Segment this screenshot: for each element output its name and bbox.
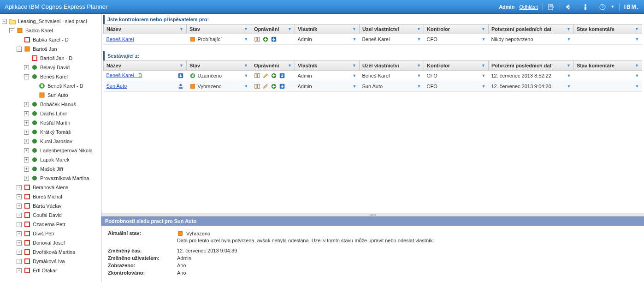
tree-toggle-icon[interactable]: + — [24, 167, 29, 172]
chevron-down-icon[interactable]: ▼ — [179, 63, 183, 68]
tree-node[interactable]: +Donoval Josef — [0, 238, 101, 247]
chevron-down-icon[interactable]: ▼ — [244, 37, 248, 42]
tree-node[interactable]: +Beranová Alena — [0, 183, 101, 192]
tree-node[interactable]: +Bureš Michal — [0, 192, 101, 201]
tree-toggle-icon[interactable]: + — [17, 268, 22, 273]
col-header-potvrzeni[interactable]: Potvrzení posledních dat▼ — [489, 61, 574, 71]
tree-node[interactable]: −Babka Karel — [0, 26, 101, 35]
chevron-down-icon[interactable]: ▼ — [353, 37, 357, 42]
chevron-down-icon[interactable]: ▼ — [288, 27, 292, 31]
tree-node[interactable]: +Kural Jaroslav — [0, 137, 101, 146]
chevron-down-icon[interactable]: ▼ — [635, 27, 639, 31]
tree-toggle-icon[interactable]: − — [17, 47, 22, 52]
splitter-grip[interactable]: ▪▪▪▪▪ — [101, 213, 644, 216]
tree-toggle-icon[interactable]: + — [17, 222, 22, 227]
tree-node[interactable]: Beneš Karel - D — [0, 81, 101, 90]
chevron-down-icon[interactable]: ▼ — [417, 73, 421, 78]
tree-toggle-icon[interactable]: + — [24, 157, 29, 162]
tree-node[interactable]: +Diviš Petr — [0, 229, 101, 238]
col-header-nazev[interactable]: Název▼ — [104, 24, 187, 34]
tree-node[interactable]: +Czaderna Petr — [0, 220, 101, 229]
chevron-down-icon[interactable]: ▼ — [482, 84, 486, 89]
chevron-down-icon[interactable]: ▼ — [482, 73, 486, 78]
tree-toggle-icon[interactable]: − — [2, 19, 7, 24]
down-icon[interactable] — [271, 36, 277, 42]
tree-node[interactable]: +Boháček Hanuš — [0, 100, 101, 109]
chevron-down-icon[interactable]: ▼ — [567, 37, 571, 42]
chevron-down-icon[interactable]: ▼ — [353, 84, 357, 89]
chevron-down-icon[interactable]: ▼ — [635, 37, 639, 42]
row-link[interactable]: Beneš Karel — [106, 36, 134, 42]
down-icon[interactable] — [177, 72, 184, 79]
col-header-stav[interactable]: Stav▼ — [187, 61, 251, 71]
tree-toggle-icon[interactable]: + — [17, 185, 22, 190]
tree-node[interactable]: +Mašek Jiří — [0, 164, 101, 174]
col-header-kontrolor[interactable]: Kontrolor▼ — [424, 61, 489, 71]
tree-node[interactable]: Babka Karel - D — [0, 35, 101, 44]
chevron-down-icon[interactable]: ▼ — [179, 27, 183, 31]
edit-icon[interactable] — [262, 72, 269, 79]
tree-node[interactable]: Sun Auto — [0, 90, 101, 100]
logout-link[interactable]: Odhlásit — [519, 4, 538, 10]
tree-node[interactable]: −Beneš Karel — [0, 72, 101, 81]
book-icon[interactable] — [254, 83, 260, 90]
chevron-down-icon[interactable]: ▼ — [567, 27, 571, 31]
chevron-down-icon[interactable]: ▼ — [244, 63, 248, 68]
table-row[interactable]: Sun AutoVyhrazeno▼Admin▼Sun Auto▼CFO▼12.… — [104, 81, 642, 92]
add-icon[interactable] — [262, 36, 269, 42]
chevron-down-icon[interactable]: ▼ — [567, 63, 571, 68]
tree-toggle-icon[interactable]: + — [24, 120, 29, 126]
tree-toggle-icon[interactable]: + — [24, 102, 29, 107]
chevron-down-icon[interactable]: ▼ — [635, 73, 639, 78]
tree-toggle-icon[interactable]: + — [17, 231, 22, 236]
help-dropdown-icon[interactable]: ▼ — [611, 5, 614, 9]
tree-node[interactable]: +Košťál Martin — [0, 118, 101, 127]
tree-node[interactable]: −Bartoš Jan — [0, 44, 101, 54]
chevron-down-icon[interactable]: ▼ — [352, 27, 356, 31]
tree-toggle-icon[interactable]: + — [24, 148, 29, 153]
tree-toggle-icon[interactable]: + — [17, 240, 22, 246]
tree-node[interactable]: −Leasing_Schvaleni - sled prací — [0, 17, 101, 26]
tree-toggle-icon[interactable]: + — [17, 204, 22, 209]
tree-node[interactable]: +Dvořáková Martina — [0, 247, 101, 257]
tree-toggle-icon[interactable]: + — [24, 130, 29, 135]
col-header-nazev[interactable]: Název▼ — [104, 61, 187, 71]
chevron-down-icon[interactable]: ▼ — [288, 63, 292, 68]
down-icon[interactable] — [279, 72, 285, 79]
refresh-icon[interactable] — [548, 3, 555, 11]
col-header-opravneni[interactable]: Oprávnění▼ — [251, 24, 295, 34]
chevron-down-icon[interactable]: ▼ — [417, 63, 421, 68]
chevron-down-icon[interactable]: ▼ — [244, 73, 248, 78]
col-header-uzel[interactable]: Uzel vlastnictví▼ — [360, 61, 424, 71]
col-header-kontrolor[interactable]: Kontrolor▼ — [424, 24, 489, 34]
table-row[interactable]: Beneš Karel - DUzamčeno▼Admin▼Beneš Kare… — [104, 71, 642, 81]
col-header-stavkom[interactable]: Stav komentáře▼ — [574, 61, 642, 71]
col-header-opravneni[interactable]: Oprávnění▼ — [251, 61, 295, 71]
tree-node[interactable]: +Bárta Václav — [0, 201, 101, 210]
tree-node[interactable]: +Lapák Marek — [0, 155, 101, 164]
tree-toggle-icon[interactable]: + — [24, 139, 29, 144]
chevron-down-icon[interactable]: ▼ — [352, 63, 356, 68]
chevron-down-icon[interactable]: ▼ — [244, 84, 248, 89]
tree-node[interactable]: +Krátký Tomáš — [0, 127, 101, 137]
tree-node[interactable]: Bartoš Jan - D — [0, 54, 101, 63]
tree-toggle-icon[interactable]: + — [24, 65, 29, 70]
tree-node[interactable]: +Belavý David — [0, 63, 101, 72]
col-header-vlastnik[interactable]: Vlastník▼ — [295, 24, 360, 34]
col-header-potvrzeni[interactable]: Potvrzení posledních dat▼ — [489, 24, 574, 34]
tree-node[interactable]: +Coufal David — [0, 210, 101, 220]
chevron-down-icon[interactable]: ▼ — [353, 73, 357, 78]
tree-toggle-icon[interactable]: − — [24, 74, 29, 79]
row-link[interactable]: Sun Auto — [106, 83, 127, 89]
tree-toggle-icon[interactable]: − — [9, 28, 14, 33]
back-icon[interactable] — [565, 3, 572, 11]
chevron-down-icon[interactable]: ▼ — [417, 84, 421, 89]
table-row[interactable]: Beneš KarelProbíhající▼Admin▼Beneš Karel… — [104, 34, 642, 45]
tree-node[interactable]: +Ladenbergerová Nikola — [0, 146, 101, 155]
edit-icon[interactable] — [262, 83, 269, 90]
help-icon[interactable]: ? — [599, 3, 606, 11]
chevron-down-icon[interactable]: ▼ — [635, 63, 639, 68]
tree-toggle-icon[interactable]: + — [17, 213, 22, 218]
col-header-stavkom[interactable]: Stav komentáře▼ — [574, 24, 642, 34]
chevron-down-icon[interactable]: ▼ — [482, 37, 486, 42]
